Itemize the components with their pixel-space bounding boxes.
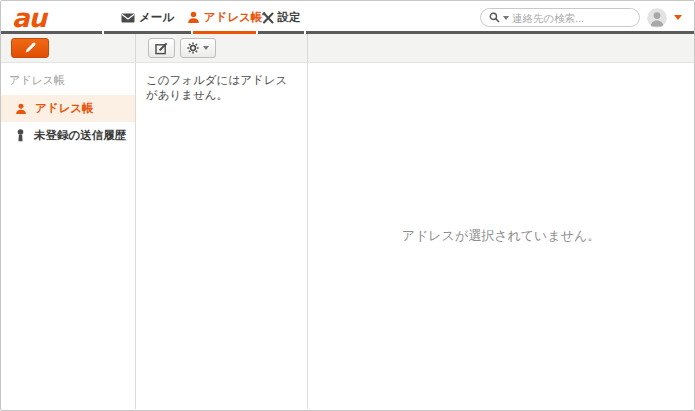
folder-settings-button[interactable] [180, 38, 216, 58]
edit-square-icon [155, 42, 168, 55]
search-icon [489, 12, 500, 23]
address-detail-panel: アドレスが選択されていません。 [308, 63, 694, 409]
gear-icon [187, 42, 199, 54]
empty-folder-message: このフォルダにはアドレスがありません。 [136, 63, 307, 113]
toolbar-sidebar-section [1, 34, 136, 62]
no-selection-message: アドレスが選択されていません。 [402, 227, 601, 245]
search-input[interactable] [512, 12, 622, 24]
contact-search[interactable] [480, 8, 640, 27]
sidebar: アドレス帳 アドレス帳 未登録の送信履歴 [1, 63, 136, 409]
sidebar-item-unregistered-history[interactable]: 未登録の送信履歴 [1, 122, 135, 149]
tab-mail[interactable]: メール [104, 1, 191, 34]
header: au メール アドレス帳 [1, 1, 694, 34]
sidebar-item-address-book[interactable]: アドレス帳 [1, 95, 135, 122]
brand-area: au [1, 5, 104, 31]
sidebar-item-label: 未登録の送信履歴 [34, 128, 126, 143]
main-nav: メール アドレス帳 [104, 1, 304, 34]
tab-mail-label: メール [139, 10, 174, 25]
header-underline [1, 31, 694, 34]
sidebar-section-label: アドレス帳 [1, 63, 135, 95]
person-icon [187, 11, 200, 24]
sidebar-item-label: アドレス帳 [35, 101, 94, 116]
toolbar [1, 34, 694, 63]
edit-address-button[interactable] [148, 38, 175, 58]
search-scope-caret-icon[interactable] [503, 16, 509, 20]
person-icon [15, 103, 27, 115]
app-window: au メール アドレス帳 [0, 0, 695, 411]
header-right [480, 8, 694, 28]
account-avatar[interactable] [647, 8, 667, 28]
tab-address-book[interactable]: アドレス帳 [193, 1, 256, 34]
new-address-button[interactable] [11, 38, 49, 58]
person-silhouette-icon [15, 129, 26, 142]
toolbar-list-section [136, 34, 308, 62]
tools-icon [262, 12, 274, 24]
address-list-panel: このフォルダにはアドレスがありません。 [136, 63, 308, 409]
content: アドレス帳 アドレス帳 未登録の送信履歴 [1, 63, 694, 409]
au-logo: au [12, 3, 46, 33]
account-menu-caret-icon[interactable] [674, 15, 682, 20]
envelope-icon [121, 13, 135, 23]
pencil-icon [23, 41, 37, 55]
gear-menu-caret-icon [203, 46, 209, 50]
tab-settings[interactable]: 設定 [258, 1, 304, 34]
tab-settings-label: 設定 [278, 10, 301, 25]
tab-address-book-label: アドレス帳 [204, 10, 263, 25]
active-tab-indicator [193, 31, 256, 34]
toolbar-detail-section [308, 34, 694, 62]
